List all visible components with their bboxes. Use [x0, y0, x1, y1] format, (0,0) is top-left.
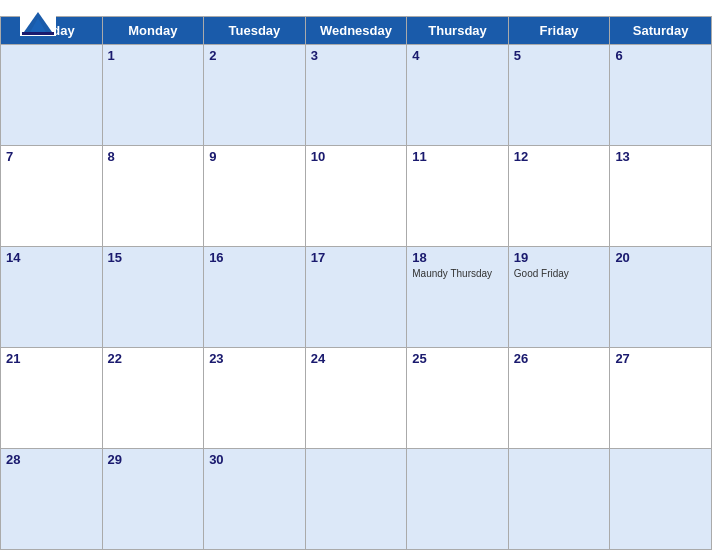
svg-rect-3: [22, 32, 54, 35]
calendar-cell: 12: [508, 146, 610, 247]
day-number: 17: [311, 250, 402, 265]
calendar-cell: 17: [305, 247, 407, 348]
week-row-5: 282930: [1, 449, 712, 550]
calendar-cell: 5: [508, 45, 610, 146]
logo: [20, 8, 56, 36]
day-number: 2: [209, 48, 300, 63]
calendar-cell: 13: [610, 146, 712, 247]
weekday-header-tuesday: Tuesday: [204, 17, 306, 45]
calendar-cell: 8: [102, 146, 204, 247]
calendar-cell: 27: [610, 348, 712, 449]
day-number: 22: [108, 351, 199, 366]
day-number: 5: [514, 48, 605, 63]
calendar-cell: 25: [407, 348, 509, 449]
calendar-cell: [610, 449, 712, 550]
calendar-cell: 22: [102, 348, 204, 449]
day-number: 15: [108, 250, 199, 265]
day-number: 23: [209, 351, 300, 366]
day-number: 26: [514, 351, 605, 366]
calendar-cell: [508, 449, 610, 550]
calendar-cell: 28: [1, 449, 103, 550]
day-number: 12: [514, 149, 605, 164]
day-number: 27: [615, 351, 706, 366]
calendar-cell: 15: [102, 247, 204, 348]
calendar-cell: 26: [508, 348, 610, 449]
calendar-cell: 9: [204, 146, 306, 247]
weekday-header-thursday: Thursday: [407, 17, 509, 45]
day-number: 13: [615, 149, 706, 164]
day-number: 16: [209, 250, 300, 265]
calendar-cell: 6: [610, 45, 712, 146]
weekday-header-row: SundayMondayTuesdayWednesdayThursdayFrid…: [1, 17, 712, 45]
weekday-header-saturday: Saturday: [610, 17, 712, 45]
week-row-2: 78910111213: [1, 146, 712, 247]
week-row-1: 123456: [1, 45, 712, 146]
calendar-cell: 14: [1, 247, 103, 348]
calendar-cell: 21: [1, 348, 103, 449]
day-number: 1: [108, 48, 199, 63]
calendar-cell: 19Good Friday: [508, 247, 610, 348]
calendar-cell: 11: [407, 146, 509, 247]
day-number: 11: [412, 149, 503, 164]
day-number: 6: [615, 48, 706, 63]
day-number: 28: [6, 452, 97, 467]
calendar-cell: 2: [204, 45, 306, 146]
day-number: 29: [108, 452, 199, 467]
day-number: 18: [412, 250, 503, 265]
calendar-cell: 24: [305, 348, 407, 449]
day-number: 24: [311, 351, 402, 366]
calendar-cell: 16: [204, 247, 306, 348]
calendar-cell: [305, 449, 407, 550]
day-number: 4: [412, 48, 503, 63]
day-number: 20: [615, 250, 706, 265]
day-number: 25: [412, 351, 503, 366]
header: [0, 0, 712, 16]
calendar-cell: 4: [407, 45, 509, 146]
day-number: 30: [209, 452, 300, 467]
day-number: 9: [209, 149, 300, 164]
day-number: 8: [108, 149, 199, 164]
calendar-table: SundayMondayTuesdayWednesdayThursdayFrid…: [0, 16, 712, 550]
calendar-cell: 29: [102, 449, 204, 550]
day-number: 3: [311, 48, 402, 63]
week-row-3: 1415161718Maundy Thursday19Good Friday20: [1, 247, 712, 348]
day-number: 21: [6, 351, 97, 366]
calendar-page: SundayMondayTuesdayWednesdayThursdayFrid…: [0, 0, 712, 550]
day-number: 14: [6, 250, 97, 265]
calendar-cell: [407, 449, 509, 550]
weekday-header-monday: Monday: [102, 17, 204, 45]
weekday-header-friday: Friday: [508, 17, 610, 45]
day-number: 19: [514, 250, 605, 265]
calendar-cell: 30: [204, 449, 306, 550]
day-number: 10: [311, 149, 402, 164]
calendar-cell: 18Maundy Thursday: [407, 247, 509, 348]
holiday-label: Good Friday: [514, 267, 605, 280]
calendar-cell: [1, 45, 103, 146]
day-number: 7: [6, 149, 97, 164]
calendar-cell: 7: [1, 146, 103, 247]
calendar-cell: 20: [610, 247, 712, 348]
calendar-cell: 23: [204, 348, 306, 449]
calendar-cell: 10: [305, 146, 407, 247]
holiday-label: Maundy Thursday: [412, 267, 503, 280]
calendar-cell: 1: [102, 45, 204, 146]
week-row-4: 21222324252627: [1, 348, 712, 449]
calendar-cell: 3: [305, 45, 407, 146]
weekday-header-wednesday: Wednesday: [305, 17, 407, 45]
